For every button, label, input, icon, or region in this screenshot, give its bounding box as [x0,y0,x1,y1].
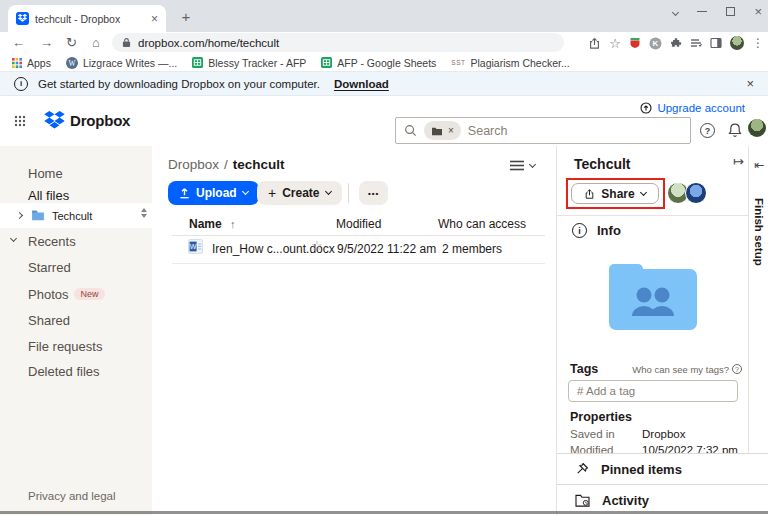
sidebar-label: Home [28,166,63,181]
sidebar-item-shared[interactable]: Shared [0,309,152,331]
wordpress-icon: W [66,57,78,69]
privacy-legal-link[interactable]: Privacy and legal [28,490,116,502]
extension-k-icon[interactable]: K [649,37,662,50]
extension-adblock-icon[interactable] [629,37,641,49]
address-bar[interactable]: dropbox.com/home/techcult [112,33,564,52]
banner-message: Get started by downloading Dropbox on yo… [38,78,320,90]
member-avatar[interactable] [685,182,707,204]
side-panel-icon[interactable] [710,37,722,49]
add-tag-input[interactable] [568,380,738,402]
folder-filter-icon [431,126,443,136]
finish-setup-strip[interactable]: ⇤ Finish setup [748,146,768,453]
sidebar-label: Starred [28,260,71,275]
tags-hint-label: Who can see my tags? [632,364,729,375]
expand-left-icon[interactable]: ⇤ [754,158,764,172]
info-section-header[interactable]: i Info [572,223,621,238]
home-icon[interactable]: ⌂ [92,35,100,50]
upgrade-account-link[interactable]: Upgrade account [640,102,745,114]
bookmark-plagiarism-checker[interactable]: SST Plagiarism Checker... [451,57,569,69]
extensions-puzzle-icon[interactable] [670,37,682,49]
sidebar-item-recents[interactable]: Recents [0,230,152,252]
reload-icon[interactable]: ↻ [66,35,77,50]
breadcrumb: Dropbox / techcult [168,157,285,172]
bookmark-star-icon[interactable]: ☆ [609,36,621,51]
window-minimize-button[interactable] [697,11,707,12]
banner-close-icon[interactable]: × [746,76,754,91]
create-button[interactable]: + Create [257,181,342,205]
new-badge: New [74,288,104,300]
pinned-items-label: Pinned items [601,462,682,477]
notifications-bell-icon[interactable] [727,122,743,138]
search-filter-chip[interactable]: × [424,121,461,140]
window-close-button[interactable]: × [754,4,762,19]
tree-item-label: Techcult [52,210,92,222]
pinned-items-section[interactable]: Pinned items [557,453,768,484]
share-button[interactable]: Share [571,183,659,204]
details-panel: Techcult ↦ Share i Info Tags Who can see… [556,146,768,515]
info-icon: i [572,223,587,238]
list-view-icon [510,160,524,171]
file-modified: 9/5/2022 11:22 am [337,242,436,256]
panel-title: Techcult [574,156,631,172]
scroll-up-icon[interactable] [141,208,147,212]
breadcrumb-root[interactable]: Dropbox [168,157,219,172]
google-sheets-icon [192,57,203,68]
sidebar-item-home[interactable]: Home [0,162,152,184]
sidebar-tree-item-techcult[interactable]: Techcult [0,203,152,228]
shared-folder-illustration [607,264,699,332]
bookmark-apps[interactable]: Apps [12,57,51,69]
sst-icon: SST [451,59,465,66]
more-actions-button[interactable]: ••• [359,181,388,205]
tags-visibility-link[interactable]: Who can see my tags? ? [632,364,742,375]
brand-wordmark: Dropbox [70,112,130,129]
column-header-name[interactable]: Name ↑ [189,217,236,231]
browser-profile-avatar[interactable] [730,36,744,50]
share-page-icon[interactable] [588,37,601,50]
folder-activity-icon [575,494,590,507]
scroll-stepper[interactable] [141,208,147,218]
tab-search-chevron-icon[interactable] [673,8,678,15]
browser-tab-techcult[interactable]: techcult - Dropbox × [8,5,166,32]
chrome-menu-icon[interactable]: ⋮ [752,36,764,50]
column-header-access[interactable]: Who can access [438,217,526,231]
sidebar-item-starred[interactable]: Starred [0,256,152,278]
apps-grid-icon[interactable] [14,115,26,127]
sidebar-label: Photos [28,287,68,302]
upload-button[interactable]: Upload [168,181,259,205]
new-tab-button[interactable]: + [176,6,196,26]
view-toggle[interactable] [510,160,535,171]
sidebar-item-photos[interactable]: Photos New [0,283,152,305]
plus-icon: + [268,185,276,201]
extension-list-icon[interactable] [690,37,702,49]
annotation-highlight: Share [566,178,665,209]
bookmark-afp-sheets[interactable]: AFP - Google Sheets [321,57,436,69]
tab-close-icon[interactable]: × [151,12,158,26]
remove-filter-icon[interactable]: × [448,125,454,136]
column-header-modified[interactable]: Modified [336,217,381,231]
help-icon[interactable]: ? [700,123,715,138]
main-content: Dropbox / techcult Upload + Create ••• N… [152,146,556,515]
back-icon[interactable]: ← [12,35,25,50]
window-maximize-button[interactable] [726,7,735,16]
sidebar-item-deleted-files[interactable]: Deleted files [0,360,152,382]
tags-title: Tags [570,362,598,376]
forward-icon[interactable]: → [40,35,53,50]
bookmark-lizgrace[interactable]: W Lizgrace Writes —... [66,57,177,69]
search-box[interactable]: × [395,117,691,144]
account-avatar[interactable] [748,119,766,137]
collapse-panel-icon[interactable]: ↦ [733,154,744,169]
bookmark-label: Plagiarism Checker... [471,57,570,69]
dropbox-logo[interactable]: Dropbox [44,111,130,129]
browser-window: techcult - Dropbox × + × ← → ↻ ⌂ dropbox… [0,0,768,515]
browser-url-bar: ← → ↻ ⌂ dropbox.com/home/techcult ☆ K [0,32,768,54]
scroll-down-icon[interactable] [141,214,147,218]
bookmark-blessy-tracker[interactable]: Blessy Tracker - AFP [192,57,306,69]
download-link[interactable]: Download [334,78,389,90]
more-icon: ••• [368,189,379,198]
share-icon [584,188,595,200]
star-outline-icon[interactable]: ☆ [311,238,323,253]
sidebar-item-file-requests[interactable]: File requests [0,335,152,357]
chevron-right-icon[interactable] [17,213,22,218]
file-access[interactable]: 2 members [442,242,502,256]
search-input[interactable] [468,124,682,138]
